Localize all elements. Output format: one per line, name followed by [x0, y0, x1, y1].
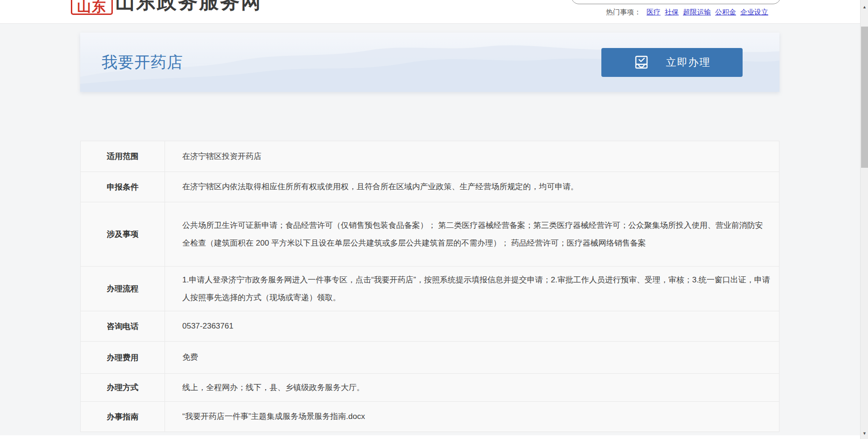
table-row: 涉及事项 公共场所卫生许可证新申请；食品经营许可（仅销售预包装食品备案）； 第二… — [81, 202, 779, 267]
search-input[interactable] — [571, 0, 781, 4]
row-label: 办事指南 — [81, 402, 165, 432]
hot-link-medical[interactable]: 医疗 — [647, 8, 661, 17]
hot-items-label: 热门事项： — [606, 8, 641, 17]
row-label: 适用范围 — [81, 141, 165, 171]
row-value: 在济宁辖区投资开药店 — [165, 141, 779, 171]
next-section-sliver — [0, 435, 860, 439]
apply-now-button[interactable]: 立即办理 — [601, 48, 743, 77]
hot-items-bar: 热门事项： 医疗 社保 超限运输 公积金 企业设立 — [606, 8, 768, 17]
hot-link-enterprise-setup[interactable]: 企业设立 — [740, 8, 768, 17]
hot-link-provident-fund[interactable]: 公积金 — [715, 8, 736, 17]
row-label: 咨询电话 — [81, 311, 165, 341]
page-title: 我要开药店 — [102, 52, 183, 73]
table-row: 适用范围 在济宁辖区投资开药店 — [81, 141, 779, 172]
row-label: 办理费用 — [81, 342, 165, 373]
row-label: 涉及事项 — [81, 202, 165, 266]
table-row: 办理方式 线上，全程网办；线下，县、乡镇级政务服务大厅。 — [81, 374, 779, 402]
hot-link-overlimit-transport[interactable]: 超限运输 — [683, 8, 711, 17]
row-value: 免费 — [165, 342, 779, 373]
scrollbar-up-arrow-icon[interactable]: ▲ — [861, 3, 868, 11]
row-value: 在济宁辖区内依法取得相应住所所有权或使用权，且符合所在区域内产业政策、生产经营场… — [165, 172, 779, 202]
site-logo-seal-icon: 山东 — [71, 0, 113, 15]
inbox-check-icon — [634, 55, 649, 70]
service-banner: 我要开药店 立即办理 — [80, 33, 779, 92]
table-row: 办事指南 “我要开药店一件事”主题集成服务场景服务指南.docx — [81, 402, 779, 432]
site-header: 山东 山东政务服务网 热门事项： 医疗 社保 超限运输 公积金 企业设立 — [0, 0, 860, 24]
table-row: 办理费用 免费 — [81, 342, 779, 374]
vertical-scrollbar[interactable]: ▲ ▼ — [860, 0, 868, 439]
page-viewport: 山东 山东政务服务网 热门事项： 医疗 社保 超限运输 公积金 企业设立 我要开… — [0, 0, 860, 439]
site-logo-title: 山东政务服务网 — [115, 0, 262, 15]
row-value: 1.申请人登录济宁市政务服务网进入一件事专区，点击“我要开药店”，按照系统提示填… — [165, 267, 779, 311]
hot-link-social-security[interactable]: 社保 — [665, 8, 679, 17]
table-row: 办理流程 1.申请人登录济宁市政务服务网进入一件事专区，点击“我要开药店”，按照… — [81, 267, 779, 311]
row-label: 办理方式 — [81, 374, 165, 401]
scrollbar-thumb[interactable] — [861, 27, 868, 168]
table-row: 申报条件 在济宁辖区内依法取得相应住所所有权或使用权，且符合所在区域内产业政策、… — [81, 172, 779, 202]
apply-button-label: 立即办理 — [666, 55, 711, 69]
guide-file-link[interactable]: “我要开药店一件事”主题集成服务场景服务指南.docx — [165, 402, 779, 432]
seal-text: 山东 — [77, 0, 107, 14]
row-value: 公共场所卫生许可证新申请；食品经营许可（仅销售预包装食品备案）； 第二类医疗器械… — [165, 202, 779, 266]
service-info-table: 适用范围 在济宁辖区投资开药店 申报条件 在济宁辖区内依法取得相应住所所有权或使… — [80, 141, 779, 432]
table-row: 咨询电话 0537-2363761 — [81, 311, 779, 342]
row-label: 办理流程 — [81, 267, 165, 311]
row-label: 申报条件 — [81, 172, 165, 202]
scrollbar-down-arrow-icon[interactable]: ▼ — [861, 429, 868, 437]
consult-phone-value: 0537-2363761 — [165, 311, 779, 341]
row-value: 线上，全程网办；线下，县、乡镇级政务服务大厅。 — [165, 374, 779, 401]
